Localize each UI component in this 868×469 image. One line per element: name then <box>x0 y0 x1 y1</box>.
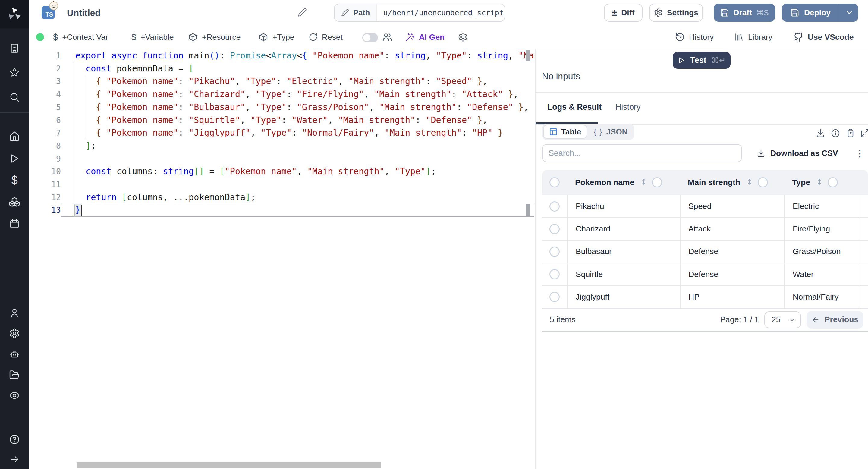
add-resource-button[interactable]: +Resource <box>188 25 241 49</box>
use-vscode-button[interactable]: Use VScode <box>793 25 854 49</box>
tab-history[interactable]: History <box>615 102 641 112</box>
clipboard-copy-icon[interactable] <box>846 128 855 138</box>
baby-emoji-icon <box>49 1 59 10</box>
view-json-button[interactable]: { } JSON <box>588 125 633 139</box>
view-table-button[interactable]: Table <box>543 125 587 139</box>
line-number: 6 <box>29 114 61 127</box>
no-inputs-label: No inputs <box>542 71 580 82</box>
table-cell: Water <box>784 263 860 285</box>
code-line: const columns: string[] = ["Pokemon name… <box>75 165 436 178</box>
line-number: 10 <box>29 165 61 178</box>
row-checkbox[interactable] <box>542 286 567 308</box>
play-icon[interactable] <box>9 153 20 164</box>
sort-icon[interactable] <box>640 178 648 187</box>
download-icon <box>756 149 766 158</box>
library-button[interactable]: Library <box>734 25 772 49</box>
row-checkbox[interactable] <box>542 218 567 240</box>
table-icon <box>549 127 558 136</box>
user-icon[interactable] <box>9 307 20 318</box>
column-header[interactable]: Type <box>784 170 860 195</box>
column-label: Main strength <box>688 178 740 187</box>
script-title: Untitled <box>67 8 101 18</box>
diff-mode-toggle[interactable] <box>362 33 378 42</box>
line-number: 2 <box>29 62 61 75</box>
draft-button[interactable]: Draft ⌘S <box>714 4 775 22</box>
arrow-right-icon[interactable] <box>9 454 20 465</box>
column-filter-checkbox[interactable] <box>758 177 768 187</box>
reset-button[interactable]: Reset <box>309 25 343 49</box>
plus-minus-icon: ± <box>612 7 617 18</box>
code-line: const pokemonData = [ <box>75 62 194 75</box>
table-row[interactable]: SquirtleDefenseWater <box>542 263 868 285</box>
add-type-button[interactable]: +Type <box>258 25 294 49</box>
editor-settings-icon[interactable] <box>458 25 468 49</box>
gear-icon[interactable] <box>9 328 20 339</box>
dollar-icon[interactable]: $ <box>11 174 18 187</box>
download-result-icon[interactable] <box>815 128 825 138</box>
row-checkbox[interactable] <box>542 241 567 262</box>
diff-button[interactable]: ± Diff <box>604 4 643 22</box>
home-icon[interactable] <box>9 131 20 142</box>
test-button[interactable]: Test ⌘↵ <box>673 52 731 69</box>
table-row[interactable]: PikachuSpeedElectric <box>542 195 868 217</box>
boxes-icon[interactable] <box>9 196 20 208</box>
download-csv-button[interactable]: Download as CSV <box>756 144 838 162</box>
tab-logs-result[interactable]: Logs & Result <box>547 102 601 112</box>
wand-icon <box>405 32 415 42</box>
table-cell: Electric <box>784 195 860 217</box>
path-box[interactable]: Path u/henri/unencumbered_script <box>334 4 505 22</box>
column-filter-checkbox[interactable] <box>828 177 838 187</box>
vertical-scrollbar-thumb[interactable] <box>526 50 530 61</box>
code-line: export async function main(): Promise<Ar… <box>75 50 535 62</box>
line-number: 13 <box>29 204 61 217</box>
windmill-logo-icon[interactable] <box>7 7 22 22</box>
deploy-button[interactable]: Deploy <box>782 4 858 22</box>
history-button[interactable]: History <box>675 25 714 49</box>
select-all-checkbox[interactable] <box>542 170 567 195</box>
search-icon[interactable] <box>9 92 20 102</box>
info-icon[interactable] <box>831 128 840 138</box>
path-value[interactable]: u/henri/unencumbered_script <box>377 8 504 17</box>
expand-icon[interactable] <box>860 128 868 138</box>
kebab-menu-icon[interactable]: ⋮ <box>855 144 864 162</box>
building-icon[interactable] <box>9 43 20 54</box>
divider <box>536 92 868 93</box>
row-checkbox[interactable] <box>542 195 567 217</box>
deploy-divider <box>838 4 838 22</box>
column-header[interactable]: Pokemon name <box>567 170 680 195</box>
edit-summary-icon[interactable] <box>298 8 307 17</box>
star-icon[interactable] <box>9 67 20 78</box>
text-cursor <box>81 205 82 216</box>
eye-icon[interactable] <box>9 390 20 401</box>
column-header[interactable]: Main strength <box>680 170 784 195</box>
add-context-var-button[interactable]: $+Context Var <box>53 25 108 49</box>
row-checkbox[interactable] <box>542 263 567 285</box>
robot-icon[interactable] <box>9 349 20 360</box>
result-search-input[interactable]: Search... <box>542 144 742 162</box>
horizontal-scrollbar-thumb[interactable] <box>76 462 381 468</box>
gear-icon <box>654 8 663 17</box>
code-line: { "Pokemon name": "Squirtle", "Type": "W… <box>75 114 487 127</box>
ai-gen-button[interactable]: AI Gen <box>405 25 444 49</box>
line-number: 11 <box>29 178 61 191</box>
calendar-icon[interactable] <box>9 218 20 229</box>
previous-page-button[interactable]: Previous <box>807 311 863 329</box>
column-filter-checkbox[interactable] <box>652 177 662 187</box>
code-editor[interactable]: 1export async function main(): Promise<A… <box>29 50 535 469</box>
add-variable-button[interactable]: $+Variable <box>131 25 174 49</box>
table-row[interactable]: CharizardAttackFire/Flying <box>542 217 868 240</box>
sort-icon[interactable] <box>815 178 824 187</box>
sort-icon[interactable] <box>746 178 753 187</box>
table-row[interactable]: JigglypuffHPNormal/Fairy <box>542 285 868 308</box>
folder-open-icon[interactable] <box>9 370 20 380</box>
table-row[interactable]: BulbasaurDefenseGrass/Poison <box>542 240 868 262</box>
chevron-down-icon <box>788 316 796 323</box>
save-icon <box>790 8 799 17</box>
library-icon <box>734 32 744 42</box>
settings-button[interactable]: Settings <box>649 4 703 22</box>
help-circle-icon[interactable] <box>9 434 20 445</box>
page-size-select[interactable]: 25 <box>764 311 801 328</box>
code-line: { "Pokemon name": "Pikachu", "Type": "El… <box>75 75 487 88</box>
multiplayer-icon[interactable] <box>382 25 393 49</box>
chevron-down-icon[interactable] <box>845 8 854 17</box>
